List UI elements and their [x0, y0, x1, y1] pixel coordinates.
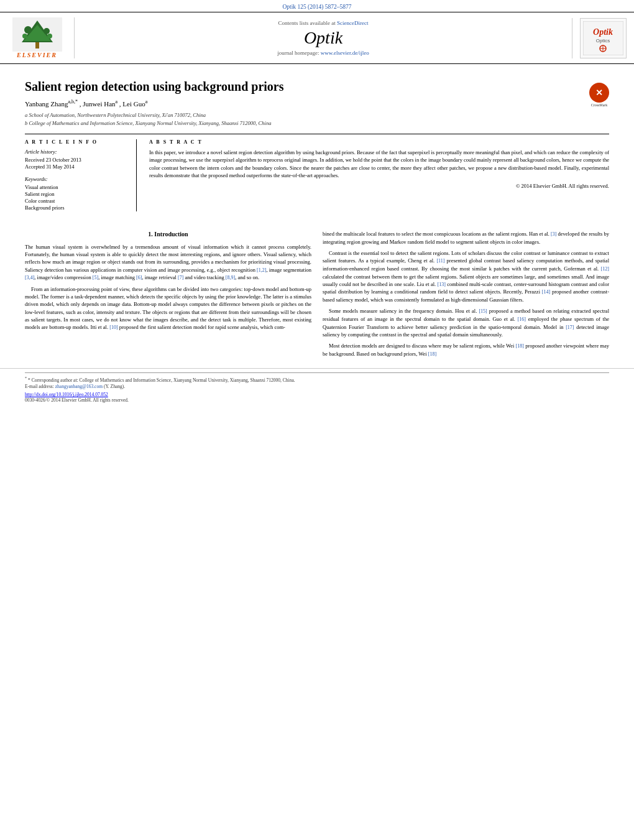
author2-sup: a: [116, 99, 118, 104]
optik-logo-box: Optik Optics: [580, 18, 627, 58]
ref-16: [16]: [518, 316, 526, 322]
footer-divider: * * Corresponding author at: College of …: [25, 372, 609, 404]
email-suffix: (Y. Zhang).: [104, 384, 125, 389]
svg-point-4: [24, 26, 32, 34]
svg-point-5: [44, 28, 50, 34]
intro-para2: From an information-processing point of …: [25, 285, 311, 331]
author3-name: , Lei Guo: [119, 100, 145, 108]
copyright-line: © 2014 Elsevier GmbH. All rights reserve…: [149, 183, 609, 189]
ref-1-2: [1,2]: [257, 267, 266, 273]
article-info-title: A R T I C L E I N F O: [25, 139, 127, 145]
crossmark-badge: ✕ CrossMark: [589, 83, 609, 103]
paper-body: 1. Introduction The human visual system …: [0, 230, 634, 362]
divider-line: [25, 134, 609, 134]
right-para3: Some models measure saliency in the freq…: [323, 307, 609, 338]
journal-center: Contents lists available at ScienceDirec…: [81, 20, 566, 56]
accepted-date: Accepted 31 May 2014: [25, 164, 127, 170]
abstract-text: In this paper, we introduce a novel sali…: [149, 149, 609, 179]
keywords-label: Keywords:: [25, 176, 127, 182]
kw1: Visual attention: [25, 184, 127, 190]
right-para2: Contrast is the essential tool to detect…: [323, 249, 609, 303]
author3-sup: a: [145, 99, 148, 104]
ref-7: [7]: [178, 275, 183, 280]
footnote-text: * Corresponding author at: College of Ma…: [28, 377, 295, 382]
intro-para1: The human visual system is overwhelmed b…: [25, 243, 311, 282]
ref-10: [10]: [109, 325, 117, 330]
doi-link[interactable]: http://dx.doi.org/10.1016/j.ijleo.2014.0…: [25, 392, 108, 397]
authors-line: Yanbang Zhanga,b,* , Junwei Hana , Lei G…: [25, 99, 609, 108]
article-title: Salient region detection using backgroun…: [25, 80, 609, 94]
contents-link: Contents lists available at ScienceDirec…: [81, 20, 566, 26]
email-label: E-mail address:: [25, 384, 54, 389]
footnote-marker: *: [25, 376, 27, 380]
ref-14: [14]: [542, 289, 550, 295]
ref-13: [13]: [438, 282, 446, 287]
crossmark-icon: ✕: [589, 83, 609, 103]
email-line: E-mail address: zhangyanbang@163.com (Y.…: [25, 384, 609, 389]
right-para4: Most detection models are designed to di…: [323, 342, 609, 358]
ref-3-4: [3,4]: [25, 275, 34, 280]
ref-17: [17]: [566, 325, 574, 330]
kw4: Background priors: [25, 205, 127, 211]
affiliations: a School of Automation, Northwestern Pol…: [25, 111, 609, 128]
email-link[interactable]: zhangyanbang@163.com: [55, 384, 103, 389]
journal-header: ELSEVIER Contents lists available at Sci…: [0, 12, 634, 64]
affil1: a School of Automation, Northwestern Pol…: [25, 111, 609, 119]
author1-name: Yanbang Zhang: [25, 100, 68, 108]
right-column: bined the multiscale local features to s…: [323, 230, 609, 362]
elsevier-tree-icon: [12, 17, 62, 52]
svg-text:Optics: Optics: [596, 38, 610, 44]
abstract-title: A B S T R A C T: [149, 139, 609, 145]
journal-name: Optik: [81, 28, 566, 48]
ref-6: [6]: [136, 275, 142, 280]
optik-logo: Optik Optics: [572, 18, 628, 58]
author2-name: , Junwei Han: [80, 100, 116, 108]
ref-18b: [18]: [428, 351, 436, 357]
svg-point-7: [47, 34, 52, 39]
article-content: ✕ CrossMark Salient region detection usi…: [0, 64, 634, 218]
homepage-line: journal homepage: www.elsevier.de/ijleo: [81, 50, 566, 56]
ref-18a: [18]: [516, 343, 524, 349]
elsevier-wordmark: ELSEVIER: [17, 52, 57, 58]
citation-text: Optik 125 (2014) 5872–5877: [282, 4, 351, 10]
homepage-link[interactable]: www.elsevier.de/ijleo: [321, 50, 369, 56]
keywords-section: Keywords: Visual attention Salient regio…: [25, 176, 127, 211]
ref-12: [12]: [601, 266, 609, 272]
right-para1: bined the multiscale local features to s…: [323, 230, 609, 246]
title-area: ✕ CrossMark Salient region detection usi…: [25, 80, 609, 94]
ref-15: [15]: [479, 308, 487, 314]
svg-point-6: [22, 34, 27, 39]
ref-3-right: [3]: [551, 231, 556, 237]
received-date: Received 23 October 2013: [25, 157, 127, 163]
issn-line: 0030-4026/© 2014 Elsevier GmbH. All righ…: [25, 397, 609, 403]
affil2: b College of Mathematics and Information…: [25, 119, 609, 127]
history-label: Article history:: [25, 149, 127, 155]
footnote-star: * * Corresponding author at: College of …: [25, 376, 609, 383]
doi-line: http://dx.doi.org/10.1016/j.ijleo.2014.0…: [25, 392, 609, 397]
author1-sup: a,b,*: [68, 99, 78, 104]
article-body: A R T I C L E I N F O Article history: R…: [25, 139, 609, 211]
footer: * * Corresponding author at: College of …: [0, 368, 634, 407]
kw2: Salient region: [25, 191, 127, 197]
ref-8-9: [8,9]: [226, 275, 235, 280]
ref-5: [5]: [93, 275, 98, 280]
kw3: Color contrast: [25, 198, 127, 204]
elsevier-logo: ELSEVIER: [6, 17, 75, 58]
left-column: 1. Introduction The human visual system …: [25, 230, 311, 362]
optik-journal-logo: Optik Optics: [583, 21, 623, 55]
abstract-section: A B S T R A C T In this paper, we introd…: [149, 139, 609, 211]
svg-text:Optik: Optik: [593, 27, 613, 37]
ref-11: [11]: [436, 258, 444, 264]
intro-section-title: 1. Introduction: [25, 230, 311, 239]
citation-bar: Optik 125 (2014) 5872–5877: [0, 0, 634, 12]
sciencedirect-link[interactable]: ScienceDirect: [337, 20, 368, 26]
article-info-panel: A R T I C L E I N F O Article history: R…: [25, 139, 137, 211]
